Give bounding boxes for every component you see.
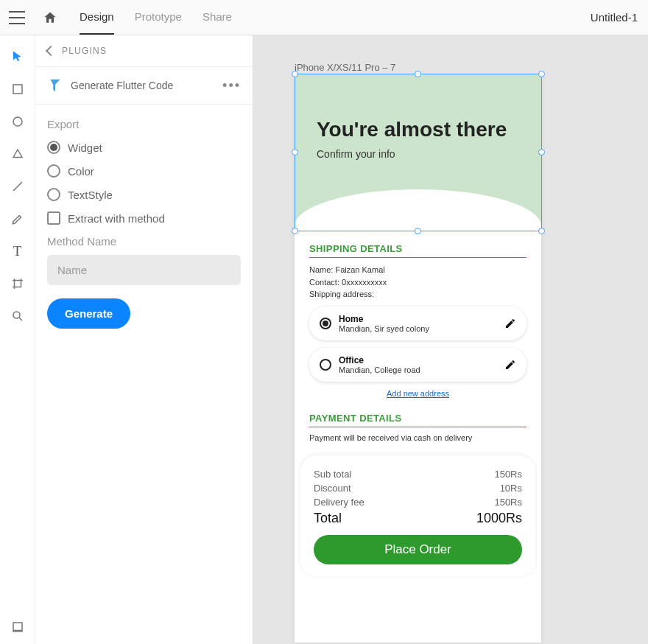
address-subtitle: Mandian, College road: [339, 365, 504, 374]
radio-unselected-icon: [320, 359, 331, 371]
plugin-name: Generate Flutter Code: [71, 80, 173, 91]
polygon-tool-icon[interactable]: [10, 146, 26, 162]
shipping-section: SHIPPING DETAILS Name: Faizan Kamal Cont…: [295, 233, 541, 398]
left-toolbar: T: [0, 35, 35, 644]
tab-share[interactable]: Share: [202, 0, 232, 35]
summary-value: 10Rs: [500, 483, 522, 494]
hero-subtitle: Confirm your info: [317, 148, 519, 160]
select-tool-icon[interactable]: [10, 49, 26, 65]
svg-line-2: [13, 182, 22, 191]
text-tool-icon[interactable]: T: [10, 243, 26, 259]
artboard-tool-icon[interactable]: [10, 276, 26, 292]
generate-button[interactable]: Generate: [47, 298, 130, 329]
shipping-name: Name: Faizan Kamal: [309, 264, 526, 276]
summary-row-delivery: Delivery fee 150Rs: [314, 497, 522, 508]
more-options-icon[interactable]: •••: [222, 83, 241, 89]
summary-label: Delivery fee: [314, 497, 364, 508]
address-card-home[interactable]: Home Mandian, Sir syed colony: [309, 307, 526, 340]
zoom-tool-icon[interactable]: [10, 308, 26, 324]
svg-point-4: [13, 312, 20, 318]
radio-selected-icon: [47, 141, 60, 154]
plugin-panel: PLUGINS Generate Flutter Code ••• Export…: [35, 35, 253, 644]
radio-unselected-icon: [47, 164, 60, 178]
address-subtitle: Mandian, Sir syed colony: [339, 324, 504, 333]
svg-line-5: [19, 318, 22, 321]
svg-point-1: [13, 117, 22, 126]
method-name-label: Method Name: [47, 235, 241, 248]
hero-section: You're almost there Confirm your info: [295, 75, 541, 233]
checkbox-unchecked-icon: [47, 211, 60, 225]
radio-selected-icon: [320, 318, 331, 329]
panel-title: PLUGINS: [62, 46, 107, 56]
line-tool-icon[interactable]: [10, 178, 26, 195]
summary-total-row: Total 1000Rs: [314, 511, 522, 526]
svg-rect-0: [13, 85, 22, 94]
method-name-input[interactable]: [47, 255, 241, 285]
tab-design[interactable]: Design: [80, 0, 114, 35]
total-label: Total: [314, 511, 342, 526]
radio-unselected-icon: [47, 188, 60, 201]
plugin-logo-icon: [47, 77, 63, 94]
home-icon[interactable]: [43, 10, 57, 25]
artboard-label[interactable]: iPhone X/XS/11 Pro – 7: [295, 62, 395, 73]
summary-card: Sub total 150Rs Discount 10Rs Delivery f…: [300, 455, 535, 576]
shipping-contact: Contact: 0xxxxxxxxxx: [309, 276, 526, 289]
payment-section: PAYMENT DETAILS Payment will be received…: [295, 402, 541, 442]
plugin-row[interactable]: Generate Flutter Code •••: [35, 67, 253, 105]
export-option-color[interactable]: Color: [47, 164, 241, 178]
ellipse-tool-icon[interactable]: [10, 113, 26, 130]
extract-with-method-checkbox[interactable]: Extract with method: [47, 211, 241, 225]
summary-value: 150Rs: [494, 497, 522, 508]
summary-value: 150Rs: [494, 469, 522, 480]
hamburger-menu-icon[interactable]: [9, 11, 25, 24]
pen-tool-icon[interactable]: [10, 211, 26, 227]
address-title: Office: [339, 355, 504, 365]
mode-tabs: Design Prototype Share: [80, 0, 232, 35]
rectangle-tool-icon[interactable]: [10, 81, 26, 97]
option-label: Widget: [68, 141, 102, 154]
svg-rect-3: [14, 281, 21, 287]
payment-header: PAYMENT DETAILS: [309, 413, 526, 427]
address-title: Home: [339, 314, 504, 324]
summary-row-subtotal: Sub total 150Rs: [314, 469, 522, 480]
shipping-header: SHIPPING DETAILS: [309, 243, 526, 258]
export-option-textstyle[interactable]: TextStyle: [47, 188, 241, 201]
design-canvas[interactable]: iPhone X/XS/11 Pro – 7 You're almost the…: [253, 35, 648, 644]
option-label: Color: [68, 165, 94, 178]
payment-note: Payment will be received via cash on del…: [309, 433, 526, 442]
address-card-office[interactable]: Office Mandian, College road: [309, 348, 526, 382]
app-topbar: Design Prototype Share Untitled-1: [0, 0, 648, 35]
artboard[interactable]: You're almost there Confirm your info SH…: [295, 75, 541, 643]
back-chevron-icon[interactable]: [46, 46, 56, 56]
place-order-button[interactable]: Place Order: [314, 535, 522, 564]
document-title: Untitled-1: [591, 11, 639, 24]
summary-label: Sub total: [314, 469, 351, 480]
panel-header: PLUGINS: [35, 35, 253, 67]
option-label: Extract with method: [68, 212, 165, 225]
summary-row-discount: Discount 10Rs: [314, 483, 522, 494]
total-value: 1000Rs: [476, 511, 522, 526]
shipping-addr-label: Shipping address:: [309, 288, 526, 301]
tab-prototype[interactable]: Prototype: [135, 0, 182, 35]
summary-label: Discount: [314, 483, 351, 494]
export-section-title: Export: [47, 118, 241, 130]
hero-title: You're almost there: [317, 116, 519, 142]
shipping-meta: Name: Faizan Kamal Contact: 0xxxxxxxxxx …: [309, 264, 526, 301]
add-address-link[interactable]: Add new address: [309, 389, 526, 398]
edit-icon[interactable]: [504, 318, 516, 329]
option-label: TextStyle: [68, 189, 113, 201]
assets-panel-icon[interactable]: [10, 619, 26, 635]
edit-icon[interactable]: [504, 359, 516, 371]
export-option-widget[interactable]: Widget: [47, 141, 241, 154]
